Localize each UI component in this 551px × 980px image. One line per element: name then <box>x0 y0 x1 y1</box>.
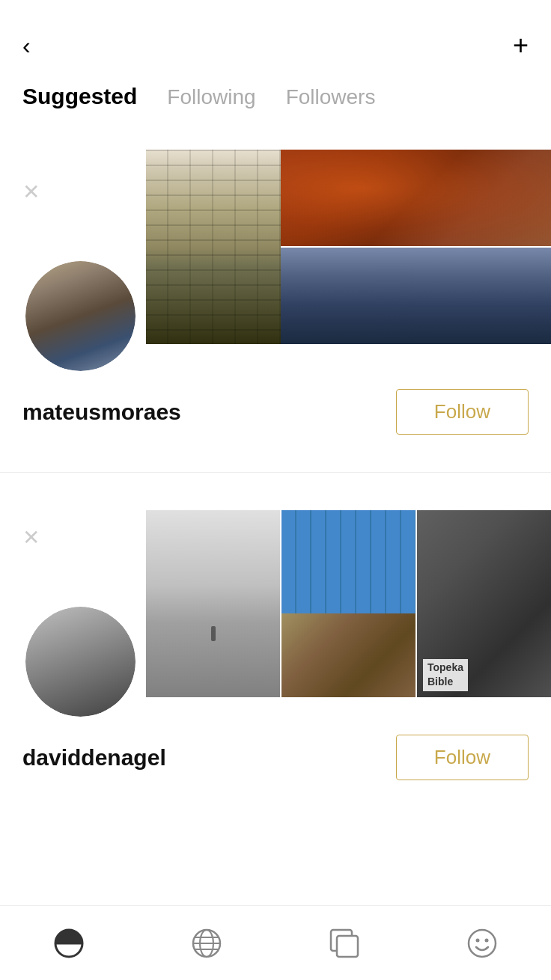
tab-suggested[interactable]: Suggested <box>22 84 137 112</box>
photos-row-1 <box>146 150 551 344</box>
username-1: mateusmoraes <box>22 399 181 425</box>
globe-icon <box>188 925 225 962</box>
follow-button-2[interactable]: Follow <box>396 735 529 780</box>
half-circle-icon <box>50 925 88 962</box>
nav-layers[interactable] <box>326 925 363 962</box>
photos-row-2: TopekaBible <box>146 510 551 697</box>
photo-blue-wood <box>281 510 415 697</box>
photo-park <box>146 510 280 697</box>
tabs-container: Suggested Following Followers <box>0 76 551 127</box>
photo-rainy-window <box>281 150 551 246</box>
avatar-2 <box>22 604 138 720</box>
close-button-1[interactable]: ✕ <box>22 180 40 204</box>
user-card-2: ✕ TopekaBible daviddenagel Follow <box>0 510 551 818</box>
follow-button-1[interactable]: Follow <box>396 389 529 435</box>
bottom-nav <box>0 905 551 980</box>
photo-building-1 <box>146 150 281 344</box>
nav-smiley[interactable] <box>463 925 501 962</box>
add-button[interactable]: + <box>513 30 529 61</box>
nav-globe[interactable] <box>188 925 225 962</box>
photo-city-night <box>281 248 551 344</box>
smiley-icon <box>463 925 501 962</box>
close-button-2[interactable]: ✕ <box>22 525 40 550</box>
avatar-1 <box>22 258 138 374</box>
tab-followers[interactable]: Followers <box>286 85 376 112</box>
username-2: daviddenagel <box>22 745 166 771</box>
svg-point-11 <box>485 938 489 942</box>
user-card-1: ✕ mateusmoraes Follow <box>0 165 551 473</box>
photo-collage-1 <box>0 165 551 352</box>
photos-col-2 <box>281 150 551 344</box>
back-button[interactable]: ‹ <box>22 32 31 60</box>
tab-following[interactable]: Following <box>167 85 255 112</box>
svg-point-9 <box>469 930 496 957</box>
svg-rect-8 <box>337 936 358 957</box>
nav-profile[interactable] <box>50 925 88 962</box>
svg-point-10 <box>476 938 480 942</box>
header: ‹ + <box>0 0 551 76</box>
photo-people: TopekaBible <box>417 510 551 697</box>
layers-icon <box>326 925 363 962</box>
photo-collage-2: TopekaBible <box>0 510 551 697</box>
